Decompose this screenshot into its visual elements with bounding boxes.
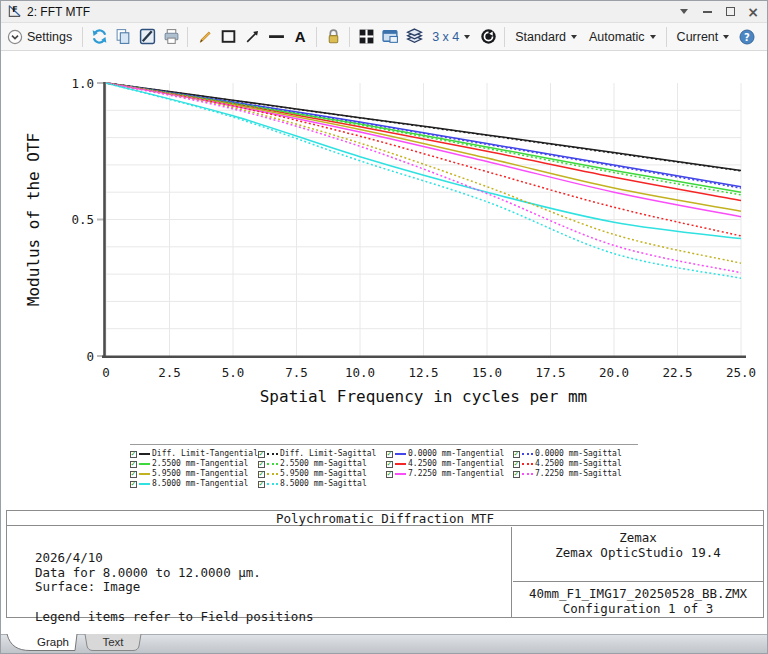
settings-label: Settings <box>27 30 72 44</box>
legend-item[interactable]: ✓7.2250 mm-Tangential <box>386 469 513 479</box>
legend-item[interactable]: ✓2.5500 mm-Sagittal <box>258 459 386 469</box>
svg-text:?: ? <box>744 31 750 42</box>
text-tool-button[interactable]: A <box>288 25 312 49</box>
settings-button[interactable]: Settings <box>5 25 78 49</box>
legend-checkbox-icon[interactable]: ✓ <box>130 481 137 488</box>
legend-label: 0.0000 mm-Sagittal <box>535 449 622 459</box>
refresh-button[interactable] <box>87 25 111 49</box>
legend-checkbox-icon[interactable]: ✓ <box>258 481 265 488</box>
mtf-curve <box>106 83 741 171</box>
divider <box>316 27 317 47</box>
maximize-button[interactable] <box>722 4 738 20</box>
svg-text:20.0: 20.0 <box>599 365 629 380</box>
tab-text[interactable]: Text <box>89 636 137 648</box>
plot-footer: Polychromatic Diffraction MTF 2026/4/10 … <box>6 510 764 618</box>
legend-item[interactable]: ✓Diff. Limit-Tangential <box>130 449 258 459</box>
print-button[interactable] <box>159 25 183 49</box>
standard-dropdown[interactable]: Standard <box>509 25 583 49</box>
legend-item[interactable]: ✓0.0000 mm-Sagittal <box>513 449 640 459</box>
save-image-icon <box>139 28 156 45</box>
legend-line-sample <box>267 453 278 455</box>
mtf-curve <box>106 83 741 217</box>
legend-checkbox-icon[interactable]: ✓ <box>130 461 137 468</box>
close-button[interactable]: × <box>745 4 761 20</box>
stack-windows-button[interactable] <box>402 25 426 49</box>
legend-item[interactable]: ✓8.5000 mm-Sagittal <box>258 479 386 489</box>
minimize-button[interactable] <box>699 4 715 20</box>
legend-label: 2.5500 mm-Tangential <box>152 459 248 469</box>
legend-line-sample <box>395 453 406 455</box>
legend-label: 5.9500 mm-Sagittal <box>280 469 367 479</box>
tile-layout-dropdown[interactable]: 3 x 4 <box>426 25 476 49</box>
mtf-curve <box>106 83 741 188</box>
copy-button[interactable] <box>111 25 135 49</box>
save-image-button[interactable] <box>135 25 159 49</box>
chevron-down-icon <box>680 9 688 14</box>
lock-button[interactable] <box>321 25 345 49</box>
legend-label: 4.2500 mm-Tangential <box>408 459 504 469</box>
automatic-dropdown[interactable]: Automatic <box>583 25 662 49</box>
legend-checkbox-icon[interactable]: ✓ <box>513 451 520 458</box>
svg-text:Modulus of the OTF: Modulus of the OTF <box>24 133 43 306</box>
footer-left-cell: 2026/4/10 Data for 8.0000 to 12.0000 μm.… <box>7 527 512 617</box>
svg-text:0: 0 <box>102 365 110 380</box>
annotate-pencil-button[interactable] <box>192 25 216 49</box>
surface-text: Surface: Image <box>35 580 140 594</box>
legend-label: Diff. Limit-Sagittal <box>280 449 376 459</box>
divider <box>187 27 188 47</box>
current-dropdown[interactable]: Current <box>671 25 736 49</box>
legend-checkbox-icon[interactable]: ✓ <box>258 451 265 458</box>
auto-update-button[interactable] <box>476 25 500 49</box>
maximize-icon <box>726 7 735 16</box>
rectangle-icon <box>220 28 237 45</box>
configuration-text: Configuration 1 of 3 <box>513 602 763 616</box>
legend-checkbox-icon[interactable]: ✓ <box>386 471 393 478</box>
legend-item[interactable]: ✓5.9500 mm-Sagittal <box>258 469 386 479</box>
svg-text:25.0: 25.0 <box>726 365 756 380</box>
legend-checkbox-icon[interactable]: ✓ <box>258 461 265 468</box>
rectangle-tool-button[interactable] <box>216 25 240 49</box>
legend-checkbox-icon[interactable]: ✓ <box>513 461 520 468</box>
legend-item[interactable]: ✓7.2250 mm-Sagittal <box>513 469 640 479</box>
legend-item[interactable]: ✓8.5000 mm-Tangential <box>130 479 258 489</box>
pencil-icon <box>196 28 213 45</box>
legend-line-sample <box>522 463 533 465</box>
legend-checkbox-icon[interactable]: ✓ <box>130 471 137 478</box>
line-tool-button[interactable] <box>264 25 288 49</box>
svg-text:2.5: 2.5 <box>158 365 181 380</box>
divider <box>82 27 83 47</box>
clone-window-button[interactable] <box>378 25 402 49</box>
svg-text:10.0: 10.0 <box>345 365 375 380</box>
line-icon <box>268 28 285 45</box>
tab-graph[interactable]: Graph <box>29 636 77 648</box>
arrow-tool-button[interactable] <box>240 25 264 49</box>
legend-checkbox-icon[interactable]: ✓ <box>513 471 520 478</box>
copy-icon <box>115 28 132 45</box>
product-text: Zemax OpticStudio 19.4 <box>513 546 763 560</box>
legend-checkbox-icon[interactable]: ✓ <box>386 451 393 458</box>
legend-checkbox-icon[interactable]: ✓ <box>258 471 265 478</box>
legend-label: 8.5000 mm-Sagittal <box>280 479 367 489</box>
divider <box>504 27 505 47</box>
legend-line-sample <box>139 453 150 455</box>
legend-item[interactable]: ✓2.5500 mm-Tangential <box>130 459 258 469</box>
help-button[interactable]: ? <box>735 25 759 49</box>
legend-label: 5.9500 mm-Tangential <box>152 469 248 479</box>
tab-strip: Graph Text <box>1 634 767 654</box>
legend-item[interactable]: ✓Diff. Limit-Sagittal <box>258 449 386 459</box>
legend-item[interactable]: ✓4.2500 mm-Tangential <box>386 459 513 469</box>
window-menu-button[interactable] <box>676 4 692 20</box>
legend-checkbox-icon[interactable]: ✓ <box>130 451 137 458</box>
legend-item[interactable]: ✓5.9500 mm-Tangential <box>130 469 258 479</box>
mtf-curve <box>106 83 741 195</box>
fit-window-button[interactable] <box>354 25 378 49</box>
legend-item[interactable]: ✓4.2500 mm-Sagittal <box>513 459 640 469</box>
standard-label: Standard <box>515 30 566 44</box>
legend-checkbox-icon[interactable]: ✓ <box>386 461 393 468</box>
mtf-curve <box>106 83 741 170</box>
legend-line-sample <box>522 453 533 455</box>
legend-line-sample <box>139 483 150 485</box>
plot-legend: ✓Diff. Limit-Tangential✓Diff. Limit-Sagi… <box>130 449 646 489</box>
legend-item[interactable]: ✓0.0000 mm-Tangential <box>386 449 513 459</box>
toolbar: Settings <box>1 23 767 51</box>
